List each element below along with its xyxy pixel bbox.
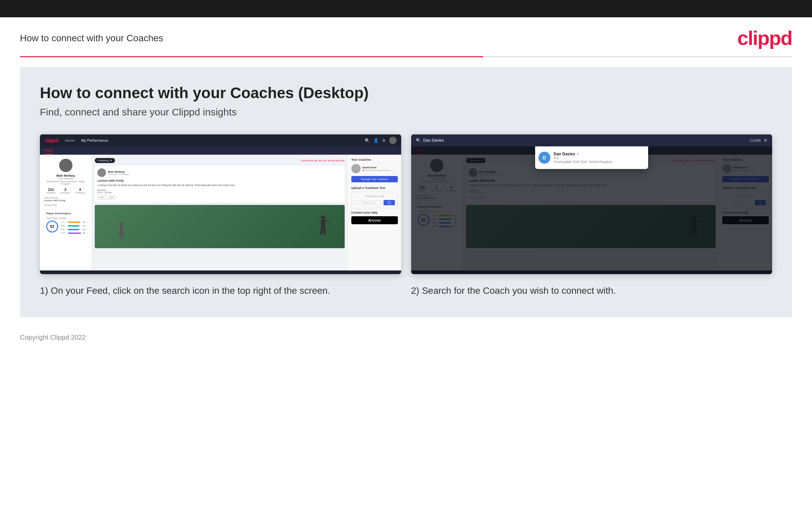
search-icon-1[interactable]: 🔍 xyxy=(365,138,370,143)
post-title-1: Lesson with Fordy xyxy=(97,179,342,182)
coach-item-1: David Ford ◆ Royal North Devon Golf Club xyxy=(351,164,398,173)
following-count-1: 4 xyxy=(75,187,85,192)
mock-nav-1: clippd Home My Performance 🔍 👤 ⚙ xyxy=(40,134,401,146)
avatar-icon-1[interactable] xyxy=(389,137,396,144)
trackman-text-1: Trackman Link xyxy=(354,195,395,198)
golf-image-1 xyxy=(95,205,345,248)
following-label-1: Following xyxy=(75,192,85,194)
result-role-2: Pro xyxy=(554,156,613,160)
screenshot-2-frame: clippd Home My Performance 🔍 👤 ⚙ Feed xyxy=(411,134,772,274)
user-avatar-1 xyxy=(59,159,73,172)
svg-rect-1 xyxy=(321,220,325,228)
upload-title-1: Upload a Trackman Test xyxy=(351,186,398,189)
header-divider xyxy=(20,56,792,57)
post-avatar-1 xyxy=(97,168,106,177)
mock-post-1: Blair McHarg Yesterday · Sunningdale Les… xyxy=(95,166,345,202)
mock-center-1: Following ▼ Control who can see your act… xyxy=(91,155,348,270)
activities-count-1: 131 xyxy=(46,187,55,192)
mock-sidebar-1: Blair McHarg Plus Handicap Royal North D… xyxy=(40,155,91,270)
post-text-1: Looking to feel like my hands are exitin… xyxy=(97,184,342,187)
total-quality-label-1: Total Player Quality xyxy=(46,217,85,219)
user-stats-1: 131 Activities 3 Followers 4 Following xyxy=(44,187,87,194)
coach-club-1: ◆ Royal North Devon Golf Club xyxy=(363,169,390,171)
clippd-logo: clippd xyxy=(737,27,792,50)
result-avatar-2: D xyxy=(538,152,551,164)
post-duration-1: Duration 01 hr : 30 min xyxy=(97,189,342,194)
player-performance-1: Player Performance Total Player Quality … xyxy=(44,210,87,237)
screenshots-row: clippd Home My Performance 🔍 👤 ⚙ Feed xyxy=(40,134,772,297)
latest-activity-label-1: Latest Activity xyxy=(44,197,87,199)
trackman-box-1: Trackman Link Trackman Link Add Link xyxy=(351,192,398,208)
score-circle-1: 92 xyxy=(46,220,58,232)
result-club-2: Sunningdale Golf Club, United Kingdom xyxy=(554,160,613,164)
mock-nav-logo-1: clippd xyxy=(45,138,58,143)
footer-text: Copyright Clippd 2022 xyxy=(20,334,86,341)
header: How to connect with your Coaches clippd xyxy=(0,17,812,56)
connect-title-1: Connect your data xyxy=(351,211,398,214)
svg-point-0 xyxy=(321,215,325,220)
search-result-item-2[interactable]: D Dan Davies ✓ Pro Sunningdale Golf Club… xyxy=(538,150,645,166)
close-icon-2[interactable]: ✕ xyxy=(763,138,767,143)
post-header-1: Blair McHarg Yesterday · Sunningdale xyxy=(97,168,342,177)
following-btn-1[interactable]: Following ▼ xyxy=(95,158,115,163)
coach-name-1: David Ford xyxy=(363,166,390,169)
post-author-1: Blair McHarg xyxy=(108,170,130,173)
step-label-2: 2) Search for the Coach you wish to conn… xyxy=(411,284,772,297)
screenshot-1-block: clippd Home My Performance 🔍 👤 ⚙ Feed xyxy=(40,134,401,297)
add-link-btn-1[interactable]: Add Link xyxy=(384,200,394,205)
activities-label-1: Activities xyxy=(46,192,55,194)
app-btn-1[interactable]: APP xyxy=(107,196,116,200)
feed-tab-label-1[interactable]: Feed xyxy=(45,149,53,154)
mock-body-1: Blair McHarg Plus Handicap Royal North D… xyxy=(40,155,401,270)
golfer-silhouette-2 xyxy=(115,221,128,245)
svg-rect-4 xyxy=(320,227,323,235)
svg-rect-7 xyxy=(120,225,123,232)
mock-nav-home-1: Home xyxy=(65,138,75,142)
svg-rect-8 xyxy=(119,231,122,238)
svg-rect-2 xyxy=(318,220,321,222)
post-btns-1: OTT APP xyxy=(97,196,342,200)
user-icon-1[interactable]: 👤 xyxy=(373,138,379,143)
result-name-2: Dan Davies ✓ xyxy=(554,152,613,156)
performance-title-1: Player Performance xyxy=(46,212,85,215)
main-content: How to connect with your Coaches (Deskto… xyxy=(20,67,792,317)
activity-date-1: 03 Aug 2022 xyxy=(44,204,87,206)
main-subtitle: Find, connect and share your Clippd insi… xyxy=(40,107,772,118)
mock-nav-icons-1: 🔍 👤 ⚙ xyxy=(365,137,396,144)
footer: Copyright Clippd 2022 xyxy=(0,327,812,348)
clear-btn-2[interactable]: CLEAR xyxy=(750,139,761,142)
svg-rect-3 xyxy=(324,220,329,222)
svg-point-6 xyxy=(120,222,123,225)
post-date-1: Yesterday · Sunningdale xyxy=(108,173,130,175)
followers-label-1: Followers xyxy=(60,192,70,194)
page-title: How to connect with your Coaches xyxy=(20,33,163,44)
followers-count-1: 3 xyxy=(60,187,70,192)
manage-coaches-btn-1[interactable]: Manage Your Coaches xyxy=(351,176,398,182)
mock-right-1: Your Coaches David Ford ◆ Royal North De… xyxy=(348,155,401,270)
activity-name-1: Lesson with Fordy xyxy=(44,199,87,202)
control-link-1[interactable]: Control who can see your activity and da… xyxy=(301,159,345,162)
top-bar xyxy=(0,0,812,17)
step-label-1: 1) On your Feed, click on the search ico… xyxy=(40,284,401,297)
search-icon-2: 🔍 xyxy=(416,138,421,143)
search-input-2[interactable]: Dan Davies xyxy=(423,138,747,143)
screenshot-2-block: clippd Home My Performance 🔍 👤 ⚙ Feed xyxy=(411,134,772,297)
following-row-1: Following ▼ Control who can see your act… xyxy=(95,158,345,163)
coach-avatar-1 xyxy=(351,164,361,173)
user-location-1: Royal North Devon Golf Club, United King… xyxy=(44,180,87,185)
mock-app-1: clippd Home My Performance 🔍 👤 ⚙ Feed xyxy=(40,134,401,274)
trackman-input-1[interactable]: Trackman Link xyxy=(354,201,383,205)
mock-feed-tab-1: Feed xyxy=(40,146,401,155)
svg-rect-9 xyxy=(121,231,124,238)
user-handicap-1: Plus Handicap xyxy=(44,177,87,180)
search-results-2: D Dan Davies ✓ Pro Sunningdale Golf Club… xyxy=(535,146,648,169)
golfer-silhouette-1 xyxy=(315,215,331,245)
arccos-box-1: Arccos xyxy=(351,216,398,224)
verified-icon-2: ✓ xyxy=(576,152,579,156)
user-name-1: Blair McHarg xyxy=(44,174,87,177)
ott-btn-1[interactable]: OTT xyxy=(97,196,106,200)
mock-nav-performance-1: My Performance xyxy=(82,138,108,142)
settings-icon-1[interactable]: ⚙ xyxy=(382,138,386,143)
screenshot-1-frame: clippd Home My Performance 🔍 👤 ⚙ Feed xyxy=(40,134,401,274)
search-bar-2: 🔍 Dan Davies CLEAR ✕ xyxy=(411,134,772,146)
